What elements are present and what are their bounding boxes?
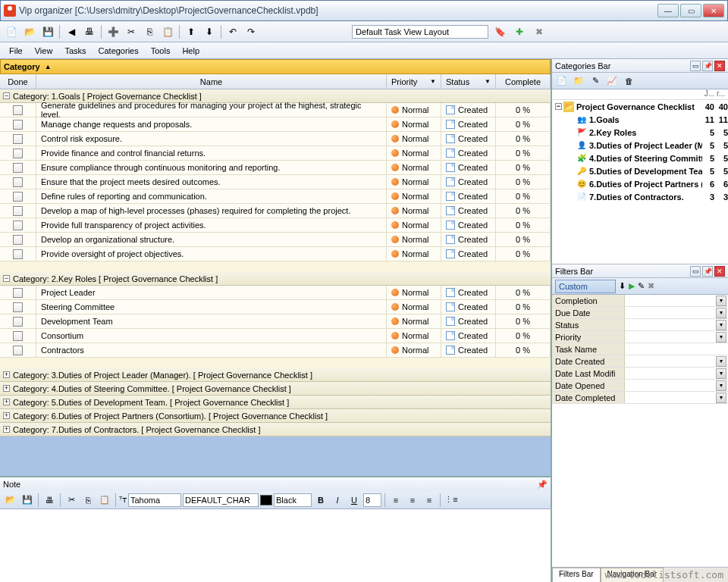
tree-item[interactable]: 🚩2.Key Roles55 <box>552 126 728 139</box>
panel-restore-icon[interactable]: ▭ <box>690 61 701 71</box>
tree-expand-icon[interactable]: − <box>555 103 562 110</box>
filters-restore-icon[interactable]: ▭ <box>690 266 701 277</box>
redo-button[interactable]: ↷ <box>243 23 259 40</box>
task-row[interactable]: Ensure compliance through continuous mon… <box>0 161 551 175</box>
categories-tree[interactable]: J... r... −📂Project Governance Checklist… <box>552 89 728 264</box>
done-checkbox[interactable] <box>13 206 23 216</box>
group-row[interactable]: +Category: 7.Duties of Contractors. [ Pr… <box>0 423 551 436</box>
open-button[interactable]: 📂 <box>21 23 38 40</box>
save-button[interactable]: 💾 <box>39 23 56 40</box>
align-right-icon[interactable]: ≡ <box>422 493 437 508</box>
dropdown-icon[interactable]: ▾ <box>716 393 726 403</box>
done-checkbox[interactable] <box>13 235 23 245</box>
expand-icon[interactable]: + <box>3 412 10 419</box>
filter-row[interactable]: Date Last Modifi▾ <box>552 368 728 380</box>
print-button[interactable]: 🖶 <box>81 23 98 40</box>
layout-combo[interactable] <box>352 25 488 39</box>
align-left-icon[interactable]: ≡ <box>388 493 403 508</box>
font-size[interactable] <box>363 493 381 507</box>
align-center-icon[interactable]: ≡ <box>405 493 420 508</box>
done-checkbox[interactable] <box>13 317 23 327</box>
note-paste-icon[interactable]: 📋 <box>97 493 112 508</box>
tree-item[interactable]: 😊6.Duties of Project Partners (Consorti6… <box>552 177 728 190</box>
filter-row[interactable]: Date Created▾ <box>552 355 728 368</box>
group-row[interactable]: +Category: 6.Duties of Project Partners … <box>0 409 551 423</box>
task-row[interactable]: Manage change requests and proposals.Nor… <box>0 117 551 132</box>
filter-preset-combo[interactable]: Custom <box>555 280 616 293</box>
note-cut-icon[interactable]: ✂ <box>64 493 79 508</box>
done-checkbox[interactable] <box>13 192 23 202</box>
col-priority[interactable]: Priority▼ <box>387 74 441 89</box>
expand-icon[interactable]: − <box>3 92 10 99</box>
decrease-button[interactable]: ⬇ <box>201 23 218 40</box>
done-checkbox[interactable] <box>13 149 23 158</box>
tab-filters-bar[interactable]: Filters Bar <box>552 568 601 582</box>
task-row[interactable]: Development TeamNormalCreated0 % <box>0 314 551 329</box>
underline-icon[interactable]: U <box>347 493 362 508</box>
filter-value[interactable]: ▾ <box>625 368 728 379</box>
done-checkbox[interactable] <box>13 177 23 187</box>
done-checkbox[interactable] <box>13 163 23 173</box>
note-copy-icon[interactable]: ⎘ <box>80 493 96 508</box>
tree-item[interactable]: 📄7.Duties of Contractors.33 <box>552 190 728 203</box>
filter-run-icon[interactable]: ▶ <box>629 281 635 291</box>
task-row[interactable]: ContractorsNormalCreated0 % <box>0 343 551 358</box>
cat-new-icon[interactable]: 📄 <box>555 74 569 88</box>
filter-save-icon[interactable]: ⬇ <box>619 281 626 291</box>
filter-delete-icon[interactable]: ✖ <box>648 281 654 291</box>
italic-icon[interactable]: I <box>330 493 345 508</box>
filter-row[interactable]: Completion▾ <box>552 295 728 307</box>
group-row[interactable]: −Category: 2.Key Roles [ Project Governa… <box>0 272 551 286</box>
cut-button[interactable]: ✂ <box>123 23 140 40</box>
paste-button[interactable]: 📋 <box>159 23 176 40</box>
expand-icon[interactable]: + <box>3 371 10 378</box>
tree-item[interactable]: 👥1.Goals1111 <box>552 113 728 126</box>
task-row[interactable]: Define rules of reporting and communicat… <box>0 189 551 204</box>
menu-categories[interactable]: Categories <box>94 45 143 57</box>
filters-pin-icon[interactable]: 📌 <box>702 266 713 277</box>
filter-value[interactable] <box>625 343 728 355</box>
bold-icon[interactable]: B <box>313 493 328 508</box>
font-charset[interactable] <box>183 493 259 507</box>
font-color-name[interactable] <box>274 493 312 507</box>
tree-item[interactable]: 🧩4.Duties of Steering Committee.55 <box>552 152 728 164</box>
col-done[interactable]: Done <box>0 74 36 89</box>
task-row[interactable]: Provide full transparency of project act… <box>0 218 551 233</box>
done-checkbox[interactable] <box>13 105 23 115</box>
font-name[interactable] <box>128 493 181 507</box>
task-row[interactable]: Provide oversight of project objectives.… <box>0 247 551 261</box>
filter-row[interactable]: Due Date▾ <box>552 307 728 319</box>
done-checkbox[interactable] <box>13 346 23 355</box>
copy-button[interactable]: ⎘ <box>141 23 158 40</box>
filter-row[interactable]: Date Completed▾ <box>552 392 728 404</box>
task-row[interactable]: ConsortiumNormalCreated0 % <box>0 329 551 343</box>
note-print-icon[interactable]: 🖶 <box>42 493 57 508</box>
task-row[interactable]: Generate guidelines and procedures for m… <box>0 103 551 117</box>
panel-close-icon[interactable]: ✕ <box>714 61 725 71</box>
done-checkbox[interactable] <box>13 288 23 298</box>
filter-value[interactable]: ▾ <box>625 331 728 343</box>
font-color-swatch[interactable] <box>260 495 272 505</box>
dropdown-icon[interactable]: ▾ <box>716 356 726 367</box>
cat-folder-icon[interactable]: 📁 <box>572 74 585 88</box>
filter-value[interactable]: ▾ <box>625 380 728 391</box>
filter-row[interactable]: Priority▾ <box>552 331 728 343</box>
layout-save-button[interactable]: 🔖 <box>491 23 508 40</box>
task-row[interactable]: Control risk exposure.NormalCreated0 % <box>0 132 551 146</box>
panel-pin-icon[interactable]: 📌 <box>702 61 713 71</box>
done-checkbox[interactable] <box>13 120 23 130</box>
cat-chart-icon[interactable]: 📈 <box>605 74 619 88</box>
group-row[interactable]: +Category: 3.Duties of Project Leader (M… <box>0 368 551 382</box>
layout-delete-button[interactable]: ✖ <box>531 23 548 40</box>
col-complete[interactable]: Complete <box>496 74 551 89</box>
maximize-button[interactable]: ▭ <box>680 4 701 17</box>
new-button[interactable]: 📄 <box>3 23 20 40</box>
expand-icon[interactable]: + <box>3 399 10 405</box>
filter-clear-icon[interactable]: ✎ <box>638 281 645 291</box>
dropdown-icon[interactable]: ▾ <box>716 332 726 343</box>
menu-tasks[interactable]: Tasks <box>60 45 90 57</box>
filter-value[interactable]: ▾ <box>625 355 728 367</box>
cat-edit-icon[interactable]: ✎ <box>588 74 602 88</box>
done-checkbox[interactable] <box>13 221 23 230</box>
filter-row[interactable]: Status▾ <box>552 319 728 331</box>
